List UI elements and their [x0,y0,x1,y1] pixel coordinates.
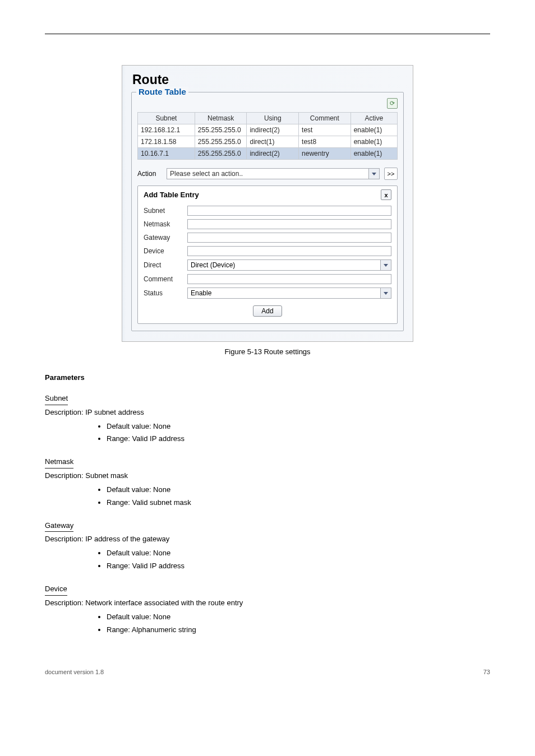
gateway-input[interactable] [187,233,391,243]
action-select[interactable]: Please select an action.. [167,168,380,179]
cell: 255.255.255.0 [195,148,247,160]
chevron-down-icon [380,288,391,298]
cell: 172.18.1.58 [138,136,195,148]
col-using[interactable]: Using [247,113,299,124]
subnet-input[interactable] [187,206,391,216]
col-active[interactable]: Active [350,113,397,124]
list-item: Default value: None [107,548,490,559]
subnet-label: Subnet [144,207,187,215]
route-table-fieldset: Route Table ⟳ Subnet Netmask Using Comme… [131,92,404,331]
comment-label: Comment [144,275,187,283]
action-label: Action [137,170,162,178]
cell: test8 [299,136,351,148]
comment-input[interactable] [187,274,391,284]
cell: 255.255.255.0 [195,124,247,136]
route-table: Subnet Netmask Using Comment Active 192.… [137,112,398,160]
chevron-down-icon [380,260,391,270]
list-item: Default value: None [107,485,490,495]
add-button[interactable]: Add [253,305,282,317]
cell: enable(1) [350,148,397,160]
footer-right: 73 [483,669,490,675]
netmask-label: Netmask [144,220,187,228]
term-netmask: Netmask [45,457,73,469]
gateway-label: Gateway [144,234,187,242]
close-icon[interactable]: x [381,189,391,200]
cell: newentry [299,148,351,160]
cell: 255.255.255.0 [195,136,247,148]
cell: indirect(2) [247,124,299,136]
cell: indirect(2) [247,148,299,160]
term-netmask-desc: Description: Subnet mask [45,471,490,481]
chevron-down-icon [368,169,379,179]
term-subnet: Subnet [45,393,68,405]
list-item: Default value: None [107,421,490,432]
table-row[interactable]: 192.168.12.1 255.255.255.0 indirect(2) t… [138,124,398,136]
cell: test [299,124,351,136]
term-device: Device [45,584,67,596]
fieldset-legend: Route Table [136,87,188,96]
table-row[interactable]: 10.16.7.1 255.255.255.0 indirect(2) newe… [138,148,398,160]
term-gateway-desc: Description: IP address of the gateway [45,534,490,545]
direct-select-value: Direct (Device) [191,261,235,269]
direct-select[interactable]: Direct (Device) [187,259,391,271]
list-item: Default value: None [107,612,490,623]
device-label: Device [144,247,187,255]
list-item: Range: Alphanumeric string [107,625,490,636]
direct-label: Direct [144,261,187,269]
term-gateway: Gateway [45,521,73,532]
status-label: Status [144,289,187,297]
route-panel: Route Route Table ⟳ Subnet Netmask Using… [122,65,413,342]
term-device-desc: Description: Network interface associate… [45,598,490,609]
term-subnet-desc: Description: IP subnet address [45,407,490,418]
cell: 192.168.12.1 [138,124,195,136]
refresh-icon[interactable]: ⟳ [387,98,398,109]
cell: 10.16.7.1 [138,148,195,160]
status-select[interactable]: Enable [187,287,391,299]
list-item: Range: Valid IP address [107,561,490,572]
list-item: Range: Valid IP address [107,434,490,444]
parameters-heading: Parameters [45,373,490,383]
panel-title: Route [132,72,404,87]
col-comment[interactable]: Comment [299,113,351,124]
col-netmask[interactable]: Netmask [195,113,247,124]
netmask-input[interactable] [187,219,391,229]
cell: enable(1) [350,124,397,136]
col-subnet[interactable]: Subnet [138,113,195,124]
footer-left: document version 1.8 [45,669,104,675]
cell: enable(1) [350,136,397,148]
figure-caption: Figure 5-13 Route settings [45,347,490,356]
device-input[interactable] [187,246,391,256]
add-entry-title: Add Table Entry [144,191,199,199]
action-go-button[interactable]: >> [384,168,398,180]
add-entry-panel: Add Table Entry x Subnet Netmask Gateway… [137,185,398,324]
cell: direct(1) [247,136,299,148]
status-select-value: Enable [191,289,211,297]
table-row[interactable]: 172.18.1.58 255.255.255.0 direct(1) test… [138,136,398,148]
action-select-value: Please select an action.. [170,170,243,178]
list-item: Range: Valid subnet mask [107,498,490,508]
